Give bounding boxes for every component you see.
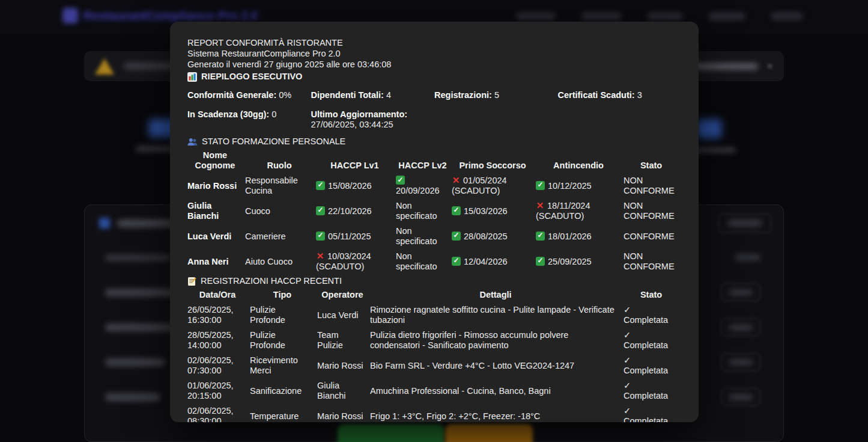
cert-text: 15/08/2026 <box>328 181 372 191</box>
record-datetime: 02/06/2025, 07:30:00 <box>187 353 250 378</box>
cert-text: 28/08/2025 <box>464 232 508 241</box>
record-row: 02/06/2025, 08:30:00 Temperature Mario R… <box>187 404 681 422</box>
row-details-button[interactable] <box>721 388 760 406</box>
col-haccp-lv2: HACCP Lv2 <box>396 149 452 173</box>
nav-links <box>516 12 803 20</box>
stat-registrazioni: Registrazioni: 5 <box>434 90 558 100</box>
haccp1-cell: 10/03/2024 (SCADUTO) <box>316 249 396 274</box>
haccp2-cell: Non specificato <box>396 249 452 274</box>
employee-role: Cuoco <box>245 198 316 224</box>
record-details: Amuchina Professional - Cucina, Banco, B… <box>370 378 624 404</box>
record-status: ✓ Completata <box>624 378 681 404</box>
personnel-row: Mario Rossi Responsabile Cucina 15/08/20… <box>187 173 681 198</box>
stat-scadenza: In Scadenza (30gg): 0 <box>187 109 311 130</box>
employee-status: NON CONFORME <box>624 249 681 274</box>
col-stato: Stato <box>624 288 681 302</box>
first-aid-cell: 01/05/2024 (SCADUTO) <box>452 173 536 198</box>
record-status: ✓ Completata <box>624 404 681 422</box>
nav-item-blurred-2[interactable] <box>581 12 622 20</box>
employee-status: NON CONFORME <box>624 173 681 198</box>
col-ruolo: Ruolo <box>245 149 316 173</box>
row-details-button[interactable] <box>721 283 760 301</box>
stat-certificati: Certificati Scaduti: 3 <box>558 90 682 100</box>
col-nome-cognome: Nome Cognome <box>187 149 245 173</box>
cert-status-icon <box>536 181 545 190</box>
cert-status-icon <box>452 232 461 241</box>
cert-text: 22/10/2026 <box>328 206 372 216</box>
banner-close-icon[interactable]: × <box>766 60 773 73</box>
personnel-row: Giulia Bianchi Cuoco 22/10/2026 Non spec… <box>187 198 681 224</box>
record-datetime: 01/06/2025, 20:15:00 <box>187 378 250 404</box>
cert-status-icon <box>316 251 324 260</box>
col-primo-soccorso: Primo Soccorso <box>452 149 536 173</box>
row-details-button[interactable] <box>721 353 760 371</box>
stat-value: 3 <box>637 90 642 100</box>
employee-role: Cameriere <box>245 224 316 249</box>
employee-name: Anna Neri <box>187 249 245 274</box>
summary-heading-label: RIEPILOGO ESECUTIVO <box>201 72 302 82</box>
nav-item-blurred-4[interactable] <box>708 12 745 20</box>
nav-item-blurred-1[interactable] <box>516 12 556 20</box>
download-report-button[interactable] <box>338 424 445 442</box>
haccp2-cell: 20/09/2026 <box>396 173 452 198</box>
record-operator: Team Pulizie <box>317 328 370 353</box>
col-tipo: Tipo <box>250 288 317 302</box>
record-row: 02/06/2025, 07:30:00 Ricevimento Merci M… <box>187 353 681 378</box>
stat-value: 5 <box>494 90 499 100</box>
stat-label: Registrazioni: <box>434 90 492 100</box>
cert-status-icon <box>536 257 545 266</box>
secondary-action-button[interactable] <box>445 424 533 442</box>
employee-name: Luca Verdi <box>187 224 245 249</box>
cert-text: 15/03/2026 <box>464 206 508 216</box>
fire-cell: 18/01/2026 <box>536 224 624 249</box>
employee-role: Aiuto Cuoco <box>245 249 316 274</box>
stat-label: Dipendenti Totali: <box>311 90 384 100</box>
stat-conformita: Conformità Generale: 0% <box>187 90 311 100</box>
column-label-blurred <box>735 254 760 260</box>
records-table: Data/Ora Tipo Operatore Dettagli Stato 2… <box>187 288 681 422</box>
record-type: Pulizie Profonde <box>250 328 317 353</box>
haccp1-cell: 05/11/2025 <box>316 224 396 249</box>
record-status: ✓ Completata <box>624 353 681 378</box>
personnel-row: Luca Verdi Cameriere 05/11/2025 Non spec… <box>187 224 681 249</box>
section-heading-records: REGISTRAZIONI HACCP RECENTI <box>187 276 681 286</box>
stat-value: 27/06/2025, 03:44:25 <box>311 120 393 129</box>
col-stato: Stato <box>624 149 681 173</box>
row-details-button[interactable] <box>721 318 760 336</box>
bar-chart-icon <box>187 72 197 82</box>
nav-item-blurred-5[interactable] <box>771 12 803 20</box>
cert-text: Non specificato <box>396 251 437 271</box>
stat-number-blurred <box>696 119 721 138</box>
stat-label: Certificati Scaduti: <box>558 90 635 100</box>
record-datetime: 02/06/2025, 08:30:00 <box>187 404 250 422</box>
records-heading-label: REGISTRAZIONI HACCP RECENTI <box>201 276 342 286</box>
app-logo-icon <box>62 8 78 23</box>
panel-action-button[interactable] <box>718 213 771 233</box>
cert-text: 05/11/2025 <box>328 232 371 241</box>
panel-title-icon <box>99 218 110 229</box>
app-brand-label: RestaurantCompliance Pro 2.0 <box>83 9 258 23</box>
employee-name: Giulia Bianchi <box>187 198 245 224</box>
cert-text: Non specificato <box>396 226 437 246</box>
stat-value: 4 <box>386 90 391 100</box>
cert-text: 10/12/2025 <box>548 181 592 191</box>
record-details: Frigo 1: +3°C, Frigo 2: +2°C, Freezer: -… <box>370 404 624 422</box>
cert-text: 25/09/2025 <box>548 257 592 266</box>
personnel-row: Anna Neri Aiuto Cuoco 10/03/2024 (SCADUT… <box>187 249 681 274</box>
report-generated: Generato il venerdì 27 giugno 2025 alle … <box>187 60 681 70</box>
personnel-header-row: Nome Cognome Ruolo HACCP Lv1 HACCP Lv2 P… <box>187 149 681 173</box>
stat-label: In Scadenza (30gg): <box>187 109 269 119</box>
record-row: 26/05/2025, 16:30:00 Pulizie Profonde Lu… <box>187 302 681 328</box>
nav-item-blurred-3[interactable] <box>647 12 683 20</box>
record-type: Temperature <box>250 404 317 422</box>
col-operatore: Operatore <box>317 288 370 302</box>
record-operator: Mario Rossi <box>317 404 370 422</box>
employee-status: CONFORME <box>624 224 681 249</box>
warning-triangle-icon <box>95 58 114 75</box>
record-operator: Luca Verdi <box>317 302 370 328</box>
employee-role: Responsabile Cucina <box>245 173 316 198</box>
cert-status-icon <box>536 232 545 241</box>
record-operator: Mario Rossi <box>317 353 370 378</box>
haccp2-cell: Non specificato <box>396 198 452 224</box>
report-title: REPORT CONFORMITÀ RISTORANTE <box>187 38 681 48</box>
